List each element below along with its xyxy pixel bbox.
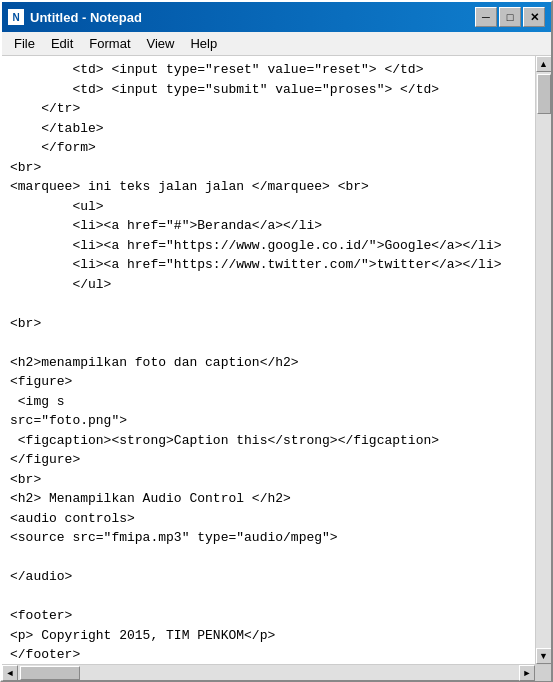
scrollbar-corner [535,665,551,681]
menu-view[interactable]: View [139,34,183,53]
menu-help[interactable]: Help [182,34,225,53]
vertical-scrollbar: ▲ ▼ [535,56,551,664]
minimize-button[interactable]: ─ [475,7,497,27]
scroll-left-button[interactable]: ◄ [2,665,18,681]
scroll-track-horizontal[interactable] [18,665,519,680]
scroll-right-button[interactable]: ► [519,665,535,681]
title-bar-left: N Untitled - Notepad [8,9,142,25]
scroll-thumb-vertical[interactable] [537,74,551,114]
scroll-track-vertical[interactable] [536,72,551,648]
title-bar: N Untitled - Notepad ─ □ ✕ [2,2,551,32]
content-area: <td> <input type="reset" value="reset"> … [2,56,551,664]
window-controls: ─ □ ✕ [475,7,545,27]
menu-format[interactable]: Format [81,34,138,53]
menu-edit[interactable]: Edit [43,34,81,53]
scroll-up-button[interactable]: ▲ [536,56,552,72]
maximize-button[interactable]: □ [499,7,521,27]
menu-bar: File Edit Format View Help [2,32,551,56]
horizontal-scrollbar: ◄ ► [2,664,551,680]
scroll-down-button[interactable]: ▼ [536,648,552,664]
text-editor[interactable]: <td> <input type="reset" value="reset"> … [2,56,535,664]
menu-file[interactable]: File [6,34,43,53]
close-button[interactable]: ✕ [523,7,545,27]
scroll-thumb-horizontal[interactable] [20,666,80,680]
window-title: Untitled - Notepad [30,10,142,25]
app-icon: N [8,9,24,25]
notepad-window: N Untitled - Notepad ─ □ ✕ File Edit For… [0,0,553,682]
